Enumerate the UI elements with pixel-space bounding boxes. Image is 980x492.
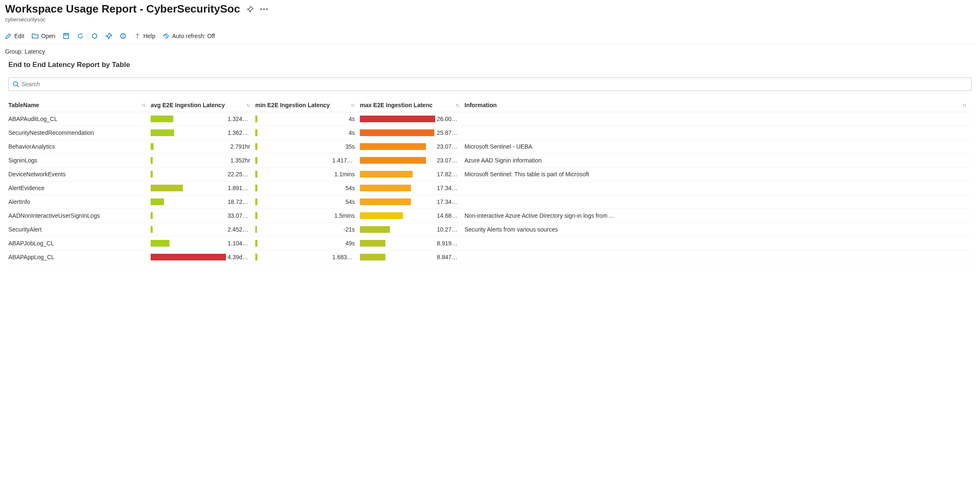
svg-point-2 xyxy=(121,33,126,39)
sort-icon: ↑↓ xyxy=(351,102,354,108)
cell-max: 17.345da xyxy=(360,198,464,205)
cell-name: AlertEvidence xyxy=(8,185,151,191)
table-row[interactable]: SecurityNestedRecommendation1.362day4s25… xyxy=(8,126,972,140)
cell-name: SecurityAlert xyxy=(8,226,151,233)
svg-rect-0 xyxy=(64,33,69,39)
svg-rect-1 xyxy=(65,33,67,35)
refresh-icon[interactable] xyxy=(77,33,84,39)
open-label: Open xyxy=(41,33,55,39)
smiley-icon[interactable] xyxy=(120,33,126,39)
table-row[interactable]: AADNonInteractiveUserSignInLogs33.074m1.… xyxy=(8,209,972,223)
latency-table: TableName↑↓ avg E2E Ingestion Latency↑↓ … xyxy=(8,98,972,264)
cell-max: 8.847day xyxy=(360,254,464,260)
cell-max: 8.919day xyxy=(360,240,464,247)
table-row[interactable]: ABAPAppLog_CL4.39days1.683min8.847day xyxy=(8,250,972,264)
table-header: TableName↑↓ avg E2E Ingestion Latency↑↓ … xyxy=(8,98,972,112)
cell-info: Microsoft Sentinel - UEBA xyxy=(464,143,972,150)
cell-max: 25.872da xyxy=(360,129,464,136)
toolbar: Edit Open Help Auto refresh: Off xyxy=(5,30,975,44)
table-row[interactable]: AlertInfo18.729hr54s17.345da xyxy=(8,195,972,209)
cell-info: Azure AAD Signin information xyxy=(464,157,972,164)
cell-max: 26.005da xyxy=(360,116,464,122)
cell-min: 1.1mins xyxy=(255,171,360,178)
question-icon xyxy=(134,33,141,39)
cell-avg: 1.352hr xyxy=(151,157,255,164)
table-row[interactable]: ABAPAuditLog_CL1.324day4s26.005da xyxy=(8,112,972,126)
table-row[interactable]: SecurityAlert2.452min-21s10.278daSecurit… xyxy=(8,223,972,237)
hexagon-icon[interactable] xyxy=(91,33,98,39)
pin-icon[interactable] xyxy=(247,6,254,13)
svg-point-3 xyxy=(122,35,123,36)
cell-min: 4s xyxy=(255,116,360,122)
col-min[interactable]: min E2E Ingestion Latency↑↓ xyxy=(255,102,360,108)
folder-icon xyxy=(32,33,38,39)
cell-name: SigninLogs xyxy=(8,157,151,164)
col-label: min E2E Ingestion Latency xyxy=(255,102,330,108)
col-label: TableName xyxy=(8,102,39,108)
cell-name: DeviceNetworkEvents xyxy=(8,171,151,178)
cell-min: 49s xyxy=(255,240,360,247)
cell-max: 17.829da xyxy=(360,171,464,178)
cell-name: AlertInfo xyxy=(8,198,151,205)
cell-min: -21s xyxy=(255,226,360,233)
cell-min: 1.417min xyxy=(255,157,360,164)
help-button[interactable]: Help xyxy=(134,33,155,39)
cell-min: 54s xyxy=(255,185,360,191)
cell-name: ABAPAppLog_CL xyxy=(8,254,151,260)
search-icon xyxy=(13,81,19,88)
edit-label: Edit xyxy=(14,33,24,39)
cell-max: 17.345da xyxy=(360,185,464,191)
svg-point-4 xyxy=(124,35,124,36)
cell-info: Non-interactive Azure Active Directory s… xyxy=(464,212,972,219)
cell-min: 54s xyxy=(255,198,360,205)
search-input[interactable] xyxy=(8,77,972,91)
edit-button[interactable]: Edit xyxy=(5,33,24,39)
table-row[interactable]: DeviceNetworkEvents22.259m1.1mins17.829d… xyxy=(8,167,972,181)
cell-avg: 1.104day xyxy=(151,240,255,247)
col-info[interactable]: Information↑↓ xyxy=(464,102,972,108)
pin-toolbar-icon[interactable] xyxy=(105,33,112,39)
cell-name: ABAPAuditLog_CL xyxy=(8,116,151,122)
page-title: Workspace Usage Report - CyberSecuritySo… xyxy=(5,3,240,15)
cell-max: 23.078da xyxy=(360,143,464,150)
cell-avg: 2.452min xyxy=(151,226,255,233)
col-tablename[interactable]: TableName↑↓ xyxy=(8,102,151,108)
help-label: Help xyxy=(143,33,155,39)
cell-min: 4s xyxy=(255,129,360,136)
cell-max: 23.075da xyxy=(360,157,464,164)
cell-avg: 1.891day xyxy=(151,185,255,191)
cell-avg: 33.074m xyxy=(151,212,255,219)
save-icon[interactable] xyxy=(63,33,69,39)
more-icon[interactable]: ••• xyxy=(260,6,269,13)
table-row[interactable]: SigninLogs1.352hr1.417min23.075daAzure A… xyxy=(8,154,972,167)
breadcrumb: cybersecuritysoc xyxy=(5,16,975,23)
cell-info: Security Alerts from various sources xyxy=(464,226,972,233)
table-row[interactable]: BehaviorAnalytics2.791hr35s23.078daMicro… xyxy=(8,140,972,154)
cell-info: Microsoft Sentinel: This table is part o… xyxy=(464,171,972,178)
auto-refresh-button[interactable]: Auto refresh: Off xyxy=(163,33,215,39)
cell-name: AADNonInteractiveUserSignInLogs xyxy=(8,212,151,219)
cell-name: BehaviorAnalytics xyxy=(8,143,151,150)
cell-min: 1.683min xyxy=(255,254,360,260)
sort-icon: ↑↓ xyxy=(455,102,459,108)
cell-max: 14.68day xyxy=(360,212,464,219)
cell-avg: 18.729hr xyxy=(151,198,255,205)
table-row[interactable]: AlertEvidence1.891day54s17.345da xyxy=(8,181,972,195)
open-button[interactable]: Open xyxy=(32,33,55,39)
cell-name: SecurityNestedRecommendation xyxy=(8,129,151,136)
cell-avg: 22.259m xyxy=(151,171,255,178)
col-label: avg E2E Ingestion Latency xyxy=(151,102,225,108)
cell-avg: 2.791hr xyxy=(151,143,255,150)
sort-icon: ↑↓ xyxy=(962,102,966,108)
cell-max: 10.278da xyxy=(360,226,464,233)
auto-refresh-label: Auto refresh: Off xyxy=(172,33,215,39)
pencil-icon xyxy=(5,33,12,39)
sort-icon: ↑↓ xyxy=(141,102,145,108)
group-label: Group: Latency xyxy=(5,48,975,55)
col-avg[interactable]: avg E2E Ingestion Latency↑↓ xyxy=(151,102,255,108)
history-icon xyxy=(163,33,169,39)
table-row[interactable]: ABAPJobLog_CL1.104day49s8.919day xyxy=(8,237,972,250)
cell-min: 35s xyxy=(255,143,360,150)
cell-avg: 4.39days xyxy=(151,254,255,260)
col-max[interactable]: max E2E Ingestion Latenc↑↓ xyxy=(360,102,464,108)
